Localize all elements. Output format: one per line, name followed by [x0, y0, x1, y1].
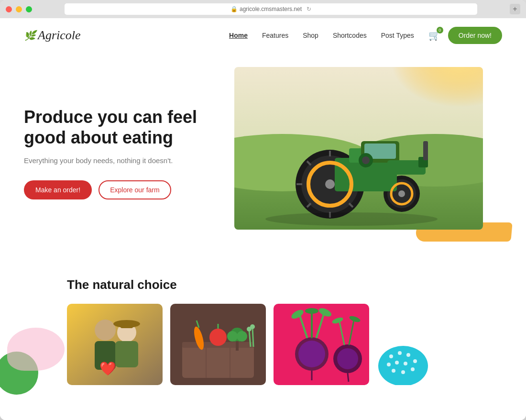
- natural-choice-title: The natural choice: [67, 277, 502, 292]
- svg-line-53: [252, 328, 253, 347]
- natural-choice-section: The natural choice: [0, 263, 526, 395]
- svg-rect-51: [236, 341, 239, 351]
- svg-point-81: [411, 367, 415, 371]
- card-beets: [274, 304, 369, 385]
- svg-point-82: [392, 369, 395, 373]
- svg-point-66: [337, 348, 358, 369]
- logo-text: Agricole: [38, 28, 81, 43]
- svg-rect-36: [121, 321, 133, 328]
- svg-point-32: [95, 320, 116, 341]
- svg-point-75: [398, 351, 402, 355]
- svg-point-74: [389, 354, 393, 358]
- minimize-button[interactable]: [16, 6, 22, 12]
- svg-rect-25: [423, 141, 428, 160]
- new-tab-button[interactable]: +: [510, 4, 520, 14]
- svg-point-7: [325, 179, 335, 189]
- svg-point-50: [237, 331, 247, 342]
- make-order-button[interactable]: Make an order!: [24, 180, 92, 199]
- card-couple: ❤️: [67, 304, 163, 385]
- website: 🌿 Agricole Home Features Shop Shortcodes…: [0, 18, 526, 420]
- refresh-icon[interactable]: ↻: [307, 6, 311, 12]
- nav-links: Home Features Shop Shortcodes Post Types: [229, 31, 414, 40]
- hero-tractor-image: [234, 67, 483, 230]
- browser-titlebar: 🔒 agricole.cmsmasters.net ↻ +: [0, 0, 526, 18]
- close-button[interactable]: [6, 6, 12, 12]
- svg-point-49: [227, 331, 238, 342]
- svg-point-27: [362, 156, 370, 164]
- cart-button[interactable]: 🛒 0: [428, 30, 440, 41]
- hero-buttons: Make an order! Explore our farm: [24, 180, 215, 199]
- svg-text:❤️: ❤️: [99, 361, 116, 376]
- hero-text-area: Produce you can feel good about eating E…: [24, 107, 225, 200]
- svg-point-30: [265, 212, 438, 226]
- card-veggies: [170, 304, 266, 385]
- svg-rect-37: [115, 341, 138, 367]
- blob-teal-dots: [377, 340, 429, 385]
- svg-point-46: [209, 329, 227, 346]
- hero-image-area: ••• •••••• •••••• •••••• •••••• •••: [225, 62, 502, 244]
- maximize-button[interactable]: [26, 6, 32, 12]
- svg-point-73: [378, 346, 428, 385]
- svg-point-18: [398, 190, 405, 197]
- explore-farm-button[interactable]: Explore our farm: [99, 180, 171, 199]
- logo[interactable]: 🌿 Agricole: [24, 28, 81, 43]
- blob-pink: [7, 328, 65, 371]
- hero-subtitle: Everything your body needs, nothing it d…: [24, 155, 215, 166]
- nav-shop[interactable]: Shop: [303, 32, 318, 39]
- svg-line-72: [348, 373, 349, 382]
- svg-point-83: [401, 370, 405, 374]
- hero-section: Produce you can feel good about eating E…: [0, 53, 526, 263]
- svg-point-78: [387, 363, 391, 366]
- svg-point-55: [250, 324, 255, 329]
- order-now-button[interactable]: Order now!: [448, 27, 502, 44]
- logo-leaf-icon: 🌿: [24, 30, 36, 41]
- svg-point-77: [413, 359, 417, 363]
- svg-point-80: [404, 362, 407, 365]
- hero-title: Produce you can feel good about eating: [24, 107, 215, 148]
- nav-features[interactable]: Features: [262, 32, 288, 39]
- navbar: 🌿 Agricole Home Features Shop Shortcodes…: [0, 18, 526, 53]
- svg-point-76: [406, 353, 410, 357]
- browser-content: 🌿 Agricole Home Features Shop Shortcodes…: [0, 18, 526, 420]
- lock-icon: 🔒: [230, 6, 238, 12]
- nav-home[interactable]: Home: [229, 32, 248, 39]
- nav-post-types[interactable]: Post Types: [381, 32, 414, 39]
- svg-point-58: [298, 341, 325, 367]
- cards-row: ❤️: [67, 304, 502, 385]
- nav-shortcodes[interactable]: Shortcodes: [333, 32, 367, 39]
- url-text: agricole.cmsmasters.net: [240, 6, 302, 12]
- browser-window: 🔒 agricole.cmsmasters.net ↻ + 🌿 Agricole…: [0, 0, 526, 420]
- svg-point-79: [395, 361, 399, 365]
- address-bar[interactable]: 🔒 agricole.cmsmasters.net ↻: [65, 3, 477, 15]
- svg-point-63: [305, 308, 318, 314]
- cart-badge: 0: [437, 27, 443, 33]
